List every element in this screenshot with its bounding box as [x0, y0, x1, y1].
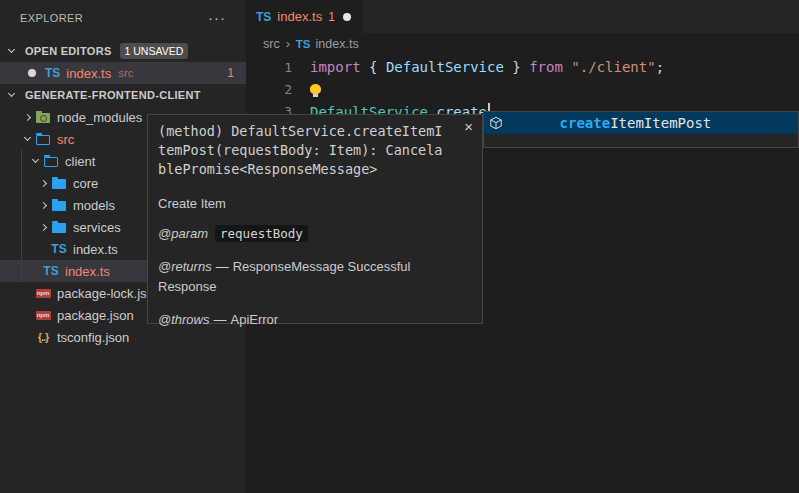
- indent-guide: [21, 150, 22, 282]
- code-line-2[interactable]: 2: [246, 78, 799, 100]
- chevron-down-icon: [8, 90, 15, 97]
- tag-dash: —: [216, 259, 229, 274]
- modified-dot-icon: [28, 69, 36, 77]
- hover-signature: (method) DefaultService.createItemI temP…: [148, 115, 482, 179]
- tree-item-label: models: [73, 198, 115, 213]
- typescript-file-icon: TS: [45, 66, 60, 80]
- hover-tag-returns: @returns—ResponseMessage Successful Resp…: [148, 244, 482, 297]
- chevron-down-icon: [24, 134, 31, 141]
- chevron-down-icon: [8, 46, 15, 53]
- line-number: 2: [246, 82, 292, 97]
- sidebar-title: EXPLORER: [20, 12, 83, 24]
- code-token: ;: [656, 59, 664, 75]
- folder-icon: [51, 175, 67, 191]
- open-editors-header[interactable]: OPEN EDITORS 1 UNSAVED: [0, 40, 246, 62]
- tag-dash: —: [214, 312, 227, 327]
- breadcrumb-file[interactable]: index.ts: [316, 37, 359, 51]
- folder-open-icon: [35, 131, 51, 147]
- tag-label: @returns: [158, 259, 212, 274]
- breadcrumb-separator: ›: [286, 37, 290, 51]
- tag-label: @param: [158, 226, 208, 241]
- node-modules-folder-icon: [35, 109, 51, 125]
- tree-item-label: package-lock.json: [57, 286, 161, 301]
- open-editor-item-index-ts[interactable]: TS index.ts src 1: [0, 62, 246, 84]
- code-line-content: [310, 81, 321, 97]
- tree-item-label: package.json: [57, 308, 134, 323]
- tree-item-label: client: [65, 154, 95, 169]
- sidebar-header: EXPLORER ···: [0, 0, 246, 35]
- hover-tags: @paramrequestBody@returns—ResponseMessag…: [148, 211, 482, 330]
- suggestion-item[interactable]: createItemItemPost: [484, 112, 798, 134]
- tag-text: ApiError: [231, 312, 279, 327]
- tab-bar: TS index.ts 1: [246, 0, 799, 33]
- code-token: DefaultService: [386, 59, 504, 75]
- hover-tooltip: × (method) DefaultService.createItemI te…: [147, 114, 483, 324]
- tree-item-label: core: [73, 176, 98, 191]
- chevron-right-icon: [40, 223, 47, 230]
- code-token: import: [310, 59, 361, 75]
- unsaved-badge: 1 UNSAVED: [120, 43, 189, 59]
- breadcrumb-folder[interactable]: src: [263, 37, 280, 51]
- chevron-right-icon: [40, 201, 47, 208]
- npm-file-icon: npm: [35, 285, 51, 301]
- tree-item-label: services: [73, 220, 121, 235]
- workspace-label: GENERATE-FRONTEND-CLIENT: [25, 89, 201, 101]
- symbol-method-cube-icon: [489, 116, 503, 130]
- close-icon[interactable]: ×: [464, 120, 473, 134]
- tree-item-label: index.ts: [73, 242, 118, 257]
- workspace-header[interactable]: GENERATE-FRONTEND-CLIENT: [0, 84, 246, 106]
- suggestion-rest-text: ItemItemPost: [610, 115, 711, 131]
- breadcrumb: src › TS index.ts: [246, 33, 799, 55]
- suggest-widget: createItemItemPost: [483, 111, 799, 148]
- tag-code-chip: requestBody: [215, 225, 308, 242]
- tab-error-count: 1: [328, 10, 335, 24]
- tab-index-ts[interactable]: TS index.ts 1: [246, 0, 363, 33]
- typescript-file-icon: TS: [296, 38, 311, 50]
- hover-tag-throws: @throws—ApiError: [148, 297, 482, 330]
- line-number: 1: [246, 60, 292, 75]
- open-editors-label: OPEN EDITORS: [25, 45, 112, 57]
- hover-description: Create Item: [148, 179, 482, 211]
- lightbulb-quickfix-icon[interactable]: [310, 84, 321, 94]
- folder-icon: [51, 197, 67, 213]
- code-line-content: import { DefaultService } from "./client…: [310, 59, 664, 75]
- folder-icon: [51, 219, 67, 235]
- chevron-right-icon: [40, 179, 47, 186]
- json-file-icon: {..}: [35, 329, 51, 345]
- chevron-right-icon: [24, 113, 31, 120]
- tab-label: index.ts: [277, 9, 322, 24]
- tag-label: @throws: [158, 312, 210, 327]
- hover-tag-param: @paramrequestBody: [148, 211, 482, 244]
- suggestion-match-text: create: [560, 115, 611, 131]
- error-count-badge: 1: [227, 66, 234, 80]
- code-token: from: [529, 59, 563, 75]
- folder-open-icon: [43, 153, 59, 169]
- typescript-file-icon: TS: [256, 10, 271, 24]
- code-token: "./client": [571, 59, 655, 75]
- tree-item-label: tsconfig.json: [57, 330, 129, 345]
- code-token: }: [504, 59, 529, 75]
- chevron-down-icon: [32, 156, 39, 163]
- code-token: {: [361, 59, 386, 75]
- open-editor-file-detail: src: [118, 67, 133, 79]
- more-actions-icon[interactable]: ···: [208, 9, 226, 26]
- code-line-1[interactable]: 1import { DefaultService } from "./clien…: [246, 56, 799, 78]
- typescript-file-icon: TS: [43, 263, 59, 279]
- npm-file-icon: npm: [35, 307, 51, 323]
- tree-item-label: src: [57, 132, 74, 147]
- tree-item-label: index.ts: [65, 264, 110, 279]
- modified-dot-icon[interactable]: [343, 13, 351, 21]
- tree-item-label: node_modules: [57, 110, 142, 125]
- open-editor-file-name: index.ts: [66, 66, 111, 81]
- typescript-file-icon: TS: [51, 241, 67, 257]
